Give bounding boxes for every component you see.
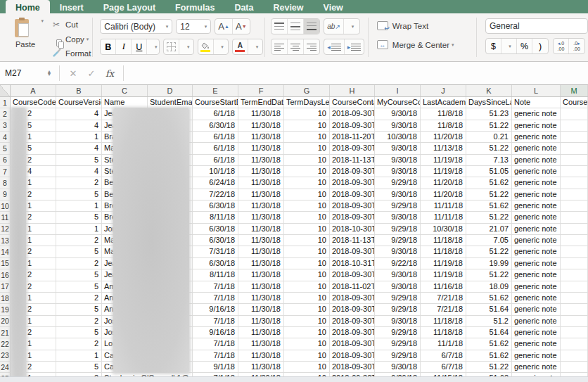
cell[interactable]	[561, 224, 588, 234]
cell[interactable]: 7.05	[466, 235, 512, 246]
cell[interactable]	[561, 177, 588, 188]
cell[interactable]: 11/11/18	[421, 212, 466, 222]
cell[interactable]: 11/18/18	[421, 246, 466, 257]
row-header-8[interactable]: 8	[0, 177, 11, 188]
column-header-m[interactable]: M	[561, 85, 588, 96]
cell[interactable]: 10/30/18	[375, 132, 421, 142]
cell[interactable]: 11/30/18	[238, 224, 284, 234]
cell[interactable]: 5	[56, 304, 102, 314]
cell[interactable]: 2018-09-30T	[330, 327, 375, 338]
cell[interactable]	[561, 304, 588, 314]
cell[interactable]: 2018-10-31T	[330, 258, 375, 269]
cell[interactable]: 11/30/18	[238, 269, 284, 280]
cell[interactable]: 4	[56, 166, 102, 177]
cell[interactable]: 11/30/18	[238, 200, 284, 211]
cell[interactable]	[561, 120, 588, 131]
cell[interactable]: 51.62	[466, 177, 512, 188]
cell[interactable]: 10	[284, 246, 330, 257]
cell[interactable]: 2018-09-30T	[330, 293, 375, 303]
cell[interactable]: 11/1/18	[421, 338, 466, 349]
cell[interactable]: 11/30/18	[238, 316, 284, 326]
cell[interactable]: 6/30/18	[193, 200, 238, 211]
tab-formulas[interactable]: Formulas	[165, 0, 224, 13]
cell[interactable]: 11/30/18	[238, 132, 284, 142]
cell[interactable]: 2018-09-30T	[330, 316, 375, 326]
name-box-spinner[interactable]: ▲▼	[44, 70, 55, 76]
cell[interactable]: MyCourseCo	[375, 97, 421, 108]
cell[interactable]	[561, 281, 588, 292]
cell[interactable]: 10	[284, 350, 330, 361]
column-header-a[interactable]: A	[11, 85, 56, 96]
cell[interactable]: 19.99	[466, 258, 512, 269]
cell[interactable]: 11/8/18	[421, 108, 466, 119]
comma-style-button[interactable]: )	[532, 39, 548, 53]
column-header-i[interactable]: I	[375, 85, 421, 96]
font-size-select[interactable]: 12 ▾	[176, 19, 211, 34]
cell[interactable]: 5	[56, 327, 102, 338]
cell[interactable]	[561, 212, 588, 222]
cell[interactable]: 10	[284, 281, 330, 292]
cell[interactable]: 7/1/18	[193, 293, 238, 303]
cell[interactable]: 9/29/18	[375, 350, 421, 361]
bottom-scroll-strip[interactable]	[0, 376, 588, 382]
cell[interactable]: 9/29/18	[375, 200, 421, 211]
cell[interactable]: 6/1/18	[193, 132, 238, 142]
cell[interactable]: 10	[284, 327, 330, 338]
cell[interactable]: 11/20/18	[421, 177, 466, 188]
increase-indent-button[interactable]: ▸	[345, 39, 364, 54]
cell[interactable]: 10	[284, 177, 330, 188]
number-format-select[interactable]: General	[485, 18, 588, 34]
cell[interactable]: 4	[56, 143, 102, 153]
cell[interactable]: 11/30/18	[238, 166, 284, 177]
cell[interactable]: 2	[56, 235, 102, 246]
tab-page-layout[interactable]: Page Layout	[94, 0, 165, 13]
row-header-22[interactable]: 22	[0, 338, 11, 349]
column-header-c[interactable]: C	[102, 85, 148, 96]
column-header-d[interactable]: D	[148, 85, 193, 96]
cell[interactable]: 10	[284, 120, 330, 131]
cell[interactable]: 11/19/18	[421, 155, 466, 165]
cell[interactable]: 1	[56, 200, 102, 211]
currency-button[interactable]: $	[486, 39, 501, 53]
cell[interactable]: 10	[284, 189, 330, 200]
cell[interactable]: 2018-09-30T	[330, 362, 375, 372]
cell[interactable]: 0.21	[466, 132, 512, 142]
cell[interactable]: CourseCode	[11, 97, 56, 108]
cell[interactable]: 6/30/18	[193, 120, 238, 131]
cell[interactable]: 2018-09-30T	[330, 143, 375, 153]
cell[interactable]: 2018-11-20T	[330, 132, 375, 142]
cell[interactable]: CourseConta	[330, 97, 375, 108]
cell[interactable]: 9/30/18	[375, 212, 421, 222]
cell[interactable]: generic note	[512, 212, 561, 222]
row-header-13[interactable]: 13	[0, 235, 11, 246]
cell[interactable]: 2	[56, 316, 102, 326]
cell[interactable]: generic note	[512, 200, 561, 211]
align-left-button[interactable]	[271, 39, 288, 54]
cell[interactable]: 9/30/18	[375, 120, 421, 131]
cell[interactable]: 2018-09-30T	[330, 200, 375, 211]
cell[interactable]: 10	[284, 108, 330, 119]
align-top-button[interactable]	[271, 19, 288, 34]
column-header-j[interactable]: J	[421, 85, 466, 96]
cell[interactable]: generic note	[512, 177, 561, 188]
cell[interactable]	[561, 316, 588, 326]
cell[interactable]: generic note	[512, 281, 561, 292]
cell[interactable]: 9/29/18	[375, 293, 421, 303]
name-box[interactable]: M27	[0, 68, 44, 78]
cell[interactable]: 11/30/18	[238, 155, 284, 165]
column-header-k[interactable]: K	[466, 85, 512, 96]
select-all-corner[interactable]	[0, 85, 11, 96]
cell[interactable]: 10	[284, 200, 330, 211]
cell[interactable]: 11/19/18	[421, 269, 466, 280]
row-header-15[interactable]: 15	[0, 258, 11, 269]
cell[interactable]: 10	[284, 316, 330, 326]
cell[interactable]: 11/30/18	[238, 281, 284, 292]
cell[interactable]: 9/30/18	[375, 246, 421, 257]
cell[interactable]: 7/1/18	[193, 350, 238, 361]
cell[interactable]: 7/22/18	[193, 189, 238, 200]
row-header-3[interactable]: 3	[0, 120, 11, 131]
cell[interactable]: 7/21/18	[421, 293, 466, 303]
row-header-19[interactable]: 19	[0, 304, 11, 314]
cell[interactable]: 2018-09-30T	[330, 108, 375, 119]
cell[interactable]: 9/29/18	[375, 327, 421, 338]
